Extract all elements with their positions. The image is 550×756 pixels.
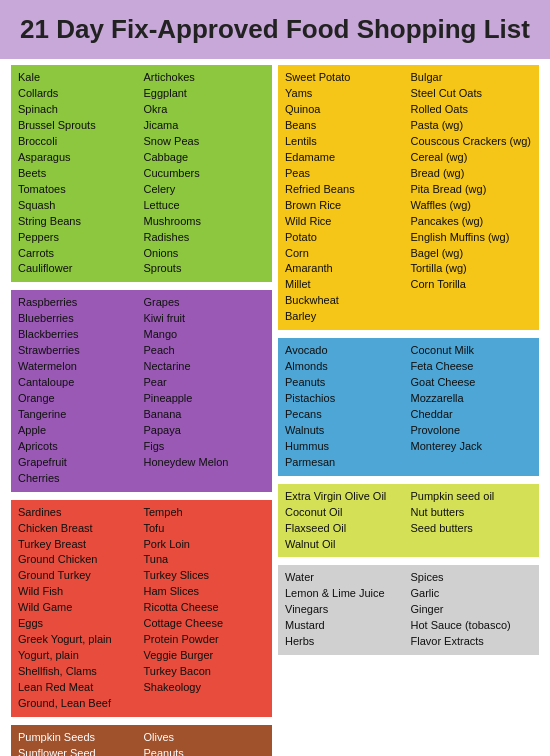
list-item: Extra Virgin Olive Oil	[285, 489, 407, 505]
list-item: Walnut Oil	[285, 537, 407, 553]
list-item: Parmesan	[285, 455, 407, 471]
list-item: Ricotta Cheese	[144, 600, 266, 616]
list-item: Sunflower Seed	[18, 746, 140, 756]
list-item: Peach	[144, 343, 266, 359]
food-section: KaleCollardsSpinachBrussel SproutsBrocco…	[11, 65, 272, 282]
left-column: KaleCollardsSpinachBrussel SproutsBrocco…	[8, 65, 275, 756]
list-item: Monterey Jack	[411, 439, 533, 455]
list-item: Pumpkin Seeds	[18, 730, 140, 746]
list-item: Tomatoes	[18, 182, 140, 198]
list-item: Blueberries	[18, 311, 140, 327]
list-item: Edamame	[285, 150, 407, 166]
list-item: Sardines	[18, 505, 140, 521]
section-col-1: Sweet PotatoYamsQuinoaBeansLentilsEdamam…	[285, 70, 407, 325]
food-section: AvocadoAlmondsPeanutsPistachiosPecansWal…	[278, 338, 539, 476]
food-section: Pumpkin SeedsSunflower SeedSesame SeedsF…	[11, 725, 272, 756]
list-item: Apple	[18, 423, 140, 439]
section-col-1: Pumpkin SeedsSunflower SeedSesame SeedsF…	[18, 730, 140, 756]
list-item: Onions	[144, 246, 266, 262]
list-item: Shellfish, Clams	[18, 664, 140, 680]
section-col-1: SardinesChicken BreastTurkey BreastGroun…	[18, 505, 140, 712]
right-column: Sweet PotatoYamsQuinoaBeansLentilsEdamam…	[275, 65, 542, 756]
list-item: Orange	[18, 391, 140, 407]
list-item: Kiwi fruit	[144, 311, 266, 327]
list-item: Spices	[411, 570, 533, 586]
list-item: Waffles (wg)	[411, 198, 533, 214]
list-item: Goat Cheese	[411, 375, 533, 391]
list-item: Mango	[144, 327, 266, 343]
list-item: Corn	[285, 246, 407, 262]
section-col-2: GrapesKiwi fruitMangoPeachNectarinePearP…	[144, 295, 266, 486]
list-item: Broccoli	[18, 134, 140, 150]
list-item: Beets	[18, 166, 140, 182]
section-col-1: AvocadoAlmondsPeanutsPistachiosPecansWal…	[285, 343, 407, 471]
list-item: Brussel Sprouts	[18, 118, 140, 134]
list-item: Raspberries	[18, 295, 140, 311]
section-col-2: ArtichokesEggplantOkraJicamaSnow PeasCab…	[144, 70, 266, 277]
list-item: Wild Fish	[18, 584, 140, 600]
list-item: Olives	[144, 730, 266, 746]
list-item: Pancakes (wg)	[411, 214, 533, 230]
list-item: Pineapple	[144, 391, 266, 407]
list-item: Steel Cut Oats	[411, 86, 533, 102]
section-col-2: BulgarSteel Cut OatsRolled OatsPasta (wg…	[411, 70, 533, 325]
list-item: Pork Loin	[144, 537, 266, 553]
list-item: Cucumbers	[144, 166, 266, 182]
list-item: Veggie Burger	[144, 648, 266, 664]
section-col-1: Extra Virgin Olive OilCoconut OilFlaxsee…	[285, 489, 407, 553]
list-item: Grapefruit	[18, 455, 140, 471]
food-section: Extra Virgin Olive OilCoconut OilFlaxsee…	[278, 484, 539, 558]
list-item: Tempeh	[144, 505, 266, 521]
list-item: Vinegars	[285, 602, 407, 618]
list-item: Wild Rice	[285, 214, 407, 230]
list-item: Peas	[285, 166, 407, 182]
list-item: Feta Cheese	[411, 359, 533, 375]
list-item: Strawberries	[18, 343, 140, 359]
list-item: Watermelon	[18, 359, 140, 375]
list-item: Bulgar	[411, 70, 533, 86]
list-item: Peanuts	[285, 375, 407, 391]
list-item: Bread (wg)	[411, 166, 533, 182]
list-item: Asparagus	[18, 150, 140, 166]
list-item: Lentils	[285, 134, 407, 150]
list-item: Coconut Milk	[411, 343, 533, 359]
list-item: Cereal (wg)	[411, 150, 533, 166]
list-item: Tofu	[144, 521, 266, 537]
list-item: Kale	[18, 70, 140, 86]
list-item: Nectarine	[144, 359, 266, 375]
list-item: Almonds	[285, 359, 407, 375]
list-item: Buckwheat	[285, 293, 407, 309]
list-item: Tortilla (wg)	[411, 261, 533, 277]
list-item: Jicama	[144, 118, 266, 134]
list-item: Ginger	[411, 602, 533, 618]
list-item: Yogurt, plain	[18, 648, 140, 664]
list-item: Mushrooms	[144, 214, 266, 230]
list-item: Lettuce	[144, 198, 266, 214]
list-item: Mozzarella	[411, 391, 533, 407]
list-item: Sweet Potato	[285, 70, 407, 86]
list-item: Blackberries	[18, 327, 140, 343]
list-item: Pumpkin seed oil	[411, 489, 533, 505]
list-item: Wild Game	[18, 600, 140, 616]
list-item: Cottage Cheese	[144, 616, 266, 632]
list-item: Corn Torilla	[411, 277, 533, 293]
list-item: Okra	[144, 102, 266, 118]
list-item: Sprouts	[144, 261, 266, 277]
list-item: Celery	[144, 182, 266, 198]
list-item: Ham Slices	[144, 584, 266, 600]
section-col-2: Coconut MilkFeta CheeseGoat CheeseMozzar…	[411, 343, 533, 471]
list-item: Bagel (wg)	[411, 246, 533, 262]
list-item: Tangerine	[18, 407, 140, 423]
list-item: Cherries	[18, 471, 140, 487]
list-item: Herbs	[285, 634, 407, 650]
header: 21 Day Fix-Approved Food Shopping List	[0, 0, 550, 59]
list-item: Lean Red Meat	[18, 680, 140, 696]
food-section: Sweet PotatoYamsQuinoaBeansLentilsEdamam…	[278, 65, 539, 330]
list-item: Cabbage	[144, 150, 266, 166]
main-grid: KaleCollardsSpinachBrussel SproutsBrocco…	[0, 59, 550, 756]
section-col-2: SpicesGarlicGingerHot Sauce (tobasco)Fla…	[411, 570, 533, 650]
list-item: Turkey Bacon	[144, 664, 266, 680]
list-item: Nut butters	[411, 505, 533, 521]
list-item: Grapes	[144, 295, 266, 311]
list-item: Papaya	[144, 423, 266, 439]
